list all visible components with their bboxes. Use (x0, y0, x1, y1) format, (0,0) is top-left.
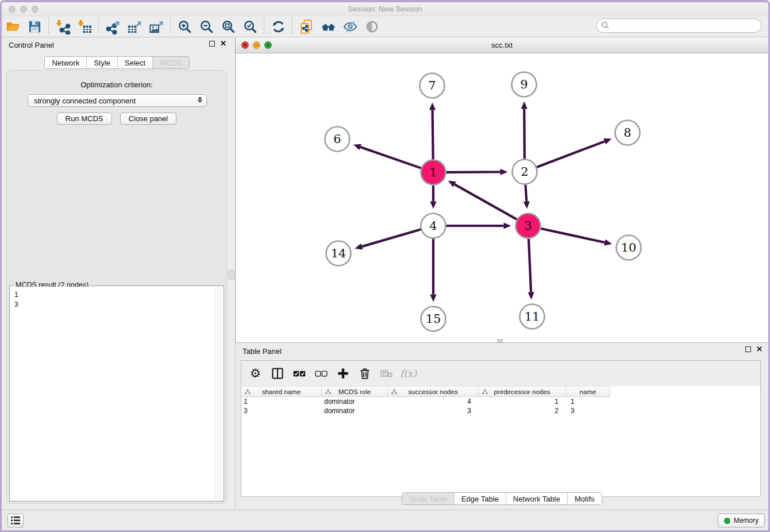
search-box[interactable] (596, 18, 761, 33)
column-header-successor-nodes[interactable]: successor nodes (388, 386, 479, 397)
apply-layout-button[interactable] (267, 17, 289, 36)
cell-predecessor-nodes[interactable]: 1 (479, 398, 566, 406)
graph-node-15[interactable]: 15 (421, 307, 446, 331)
close-table-panel-button[interactable]: ✕ (756, 346, 763, 352)
network-minimize-button[interactable]: – (253, 41, 260, 49)
cell-predecessor-nodes[interactable]: 2 (479, 407, 566, 415)
graph-edge-2-3[interactable] (525, 184, 526, 201)
graph-edge-1-7[interactable] (433, 110, 433, 159)
network-graph[interactable]: 7968124314101511 (236, 53, 768, 342)
close-panel-button[interactable]: ✕ (220, 41, 226, 47)
graph-edge-1-2[interactable] (446, 172, 500, 172)
graph-edge-2-8[interactable] (537, 141, 605, 167)
criterion-select[interactable]: strongly connected component (28, 94, 207, 107)
cell-mcds-role[interactable]: dominator (322, 398, 388, 406)
graph-node-10[interactable]: 10 (617, 236, 641, 260)
tab-edge-table[interactable]: Edge Table (455, 493, 506, 504)
tab-network-table[interactable]: Network Table (506, 493, 568, 504)
graph-node-3[interactable]: 3 (516, 214, 541, 238)
mcds-result-line: 3 (14, 300, 220, 310)
graph-node-14[interactable]: 14 (326, 241, 351, 266)
graph-node-9[interactable]: 9 (512, 72, 537, 97)
save-session-button[interactable] (24, 17, 45, 36)
graph-node-8[interactable]: 8 (615, 121, 640, 145)
graph-node-1[interactable]: 1 (421, 160, 446, 185)
trash-icon (358, 367, 372, 380)
close-panel-button-inner[interactable]: Close panel (120, 113, 177, 125)
graph-edge-4-14[interactable] (362, 229, 421, 246)
cell-name[interactable]: 1 (566, 398, 610, 406)
cell-shared-name[interactable]: 3 (241, 407, 322, 415)
tab-network[interactable]: Network (45, 57, 87, 68)
graph-node-7[interactable]: 7 (420, 74, 445, 98)
import-network-button[interactable] (52, 17, 74, 36)
tab-select[interactable]: Select (118, 57, 153, 68)
open-session-button[interactable] (2, 17, 24, 36)
cell-successor-nodes[interactable]: 4 (388, 398, 479, 406)
zoom-out-button[interactable] (195, 17, 217, 36)
network-window-title: scc.txt (236, 41, 768, 49)
graph-edge-3-1[interactable] (455, 184, 517, 219)
export-image-button[interactable] (145, 17, 167, 36)
cell-shared-name[interactable]: 1 (241, 398, 322, 406)
show-details-toggle-button[interactable] (361, 17, 383, 36)
graph-node-6[interactable]: 6 (325, 127, 350, 152)
network-close-button[interactable]: ✕ (241, 41, 249, 49)
graph-node-2[interactable]: 2 (513, 160, 537, 184)
delete-columns-button[interactable] (356, 365, 373, 382)
memory-button[interactable]: Memory (718, 514, 765, 527)
import-table-button[interactable] (74, 17, 95, 36)
tab-node-table[interactable]: Node Table (402, 493, 455, 504)
tab-motifs[interactable]: Motifs (568, 493, 602, 504)
graph-edge-1-6[interactable] (360, 147, 421, 168)
plus-icon (336, 367, 350, 380)
zoom-in-button[interactable] (174, 17, 195, 36)
first-neighbors-button[interactable] (317, 17, 339, 36)
column-header-shared-name[interactable]: shared name (241, 386, 322, 397)
graph-node-label: 1 (429, 165, 437, 179)
cell-name[interactable]: 3 (566, 407, 610, 415)
table-settings-button[interactable]: ⚙ (247, 365, 264, 382)
maximize-window-button[interactable] (32, 6, 38, 13)
float-table-panel-button[interactable] (745, 346, 751, 352)
minimize-window-button[interactable] (20, 6, 27, 13)
run-mcds-button[interactable]: Run MCDS (57, 113, 112, 125)
select-all-columns-button[interactable] (291, 365, 307, 382)
search-input[interactable] (613, 22, 756, 30)
export-network-button[interactable] (102, 17, 124, 36)
mcds-result-list[interactable]: 1 3 (10, 287, 223, 500)
show-columns-button[interactable] (269, 365, 286, 382)
network-canvas[interactable]: 7968124314101511 (236, 53, 768, 342)
tab-mcds[interactable]: MCDS (153, 57, 188, 68)
task-history-button[interactable] (7, 514, 24, 527)
node-table-container: ⚙ (241, 360, 761, 497)
function-builder-button[interactable]: f(x) (400, 365, 417, 382)
create-column-button[interactable] (334, 365, 351, 382)
duplicate-network-button[interactable] (295, 17, 317, 36)
result-scrollbar[interactable] (215, 287, 222, 500)
column-header-predecessor-nodes[interactable]: predecessor nodes (479, 386, 566, 397)
delete-table-button[interactable] (378, 365, 395, 382)
table-row[interactable]: 3 dominator 3 2 3 (241, 406, 760, 415)
cell-mcds-role[interactable]: dominator (322, 407, 388, 415)
float-panel-button[interactable] (209, 41, 215, 47)
cell-successor-nodes[interactable]: 3 (388, 407, 479, 415)
hide-graphics-details-button[interactable] (339, 17, 361, 36)
unselect-all-columns-button[interactable] (313, 365, 329, 382)
column-header-name[interactable]: name (566, 386, 610, 397)
graph-node-4[interactable]: 4 (421, 214, 446, 238)
graph-edge-3-10[interactable] (541, 229, 605, 242)
vertical-splitter-handle[interactable] (228, 270, 234, 279)
graph-edge-2-9[interactable] (524, 109, 525, 159)
column-header-mcds-role[interactable]: MCDS role (322, 386, 388, 397)
close-window-button[interactable] (9, 6, 16, 13)
zoom-fit-button[interactable] (217, 17, 239, 36)
graph-edge-arrowhead (523, 201, 530, 209)
tab-style[interactable]: Style (87, 57, 118, 68)
export-table-button[interactable] (124, 17, 145, 36)
graph-edge-3-11[interactable] (529, 238, 531, 292)
table-row[interactable]: 1 dominator 4 1 1 (241, 397, 760, 406)
network-maximize-button[interactable]: + (264, 41, 272, 49)
graph-node-11[interactable]: 11 (520, 304, 545, 329)
zoom-selected-button[interactable] (239, 17, 261, 36)
